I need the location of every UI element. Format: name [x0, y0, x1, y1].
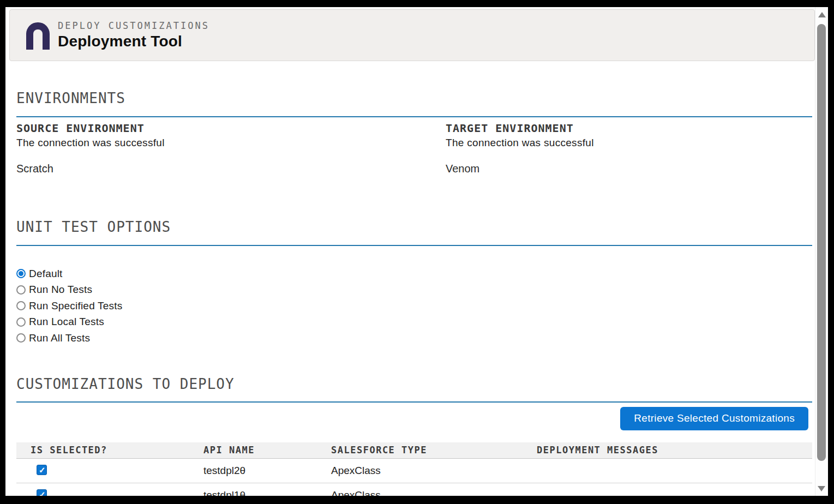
table-header-row: IS SELECTED? API NAME SALESFORCE TYPE DE… [16, 442, 812, 459]
app-window: DEPLOY CUSTOMIZATIONS Deployment Tool EN… [5, 7, 828, 496]
table-row: testdpl2θ ApexClass [16, 459, 812, 483]
app-header: DEPLOY CUSTOMIZATIONS Deployment Tool [9, 9, 815, 61]
environments-grid: SOURCE ENVIRONMENT The connection was su… [16, 122, 812, 176]
radio-option-run-local-tests[interactable]: Run Local Tests [16, 314, 812, 331]
radio-icon[interactable] [16, 285, 26, 295]
column-header-deployment-messages: DEPLOYMENT MESSAGES [523, 442, 812, 459]
radio-icon[interactable] [16, 317, 26, 327]
target-environment-name: Venom [446, 161, 812, 176]
header-eyebrow: DEPLOY CUSTOMIZATIONS [58, 20, 209, 31]
radio-option-label: Default [29, 268, 63, 280]
page-title: Deployment Tool [58, 33, 209, 50]
column-header-salesforce-type: SALESFORCE TYPE [317, 442, 523, 459]
radio-option-run-no-tests[interactable]: Run No Tests [16, 282, 812, 298]
salesforce-type-cell: ApexClass [317, 459, 523, 483]
target-environment-panel: TARGET ENVIRONMENT The connection was su… [446, 122, 812, 176]
scrollbar-thumb[interactable] [817, 24, 826, 461]
radio-option-run-specified-tests[interactable]: Run Specified Tests [16, 298, 812, 314]
retrieve-selected-customizations-button[interactable]: Retrieve Selected Customizations [620, 407, 808, 430]
source-connection-status: The connection was successful [16, 136, 446, 149]
is-selected-cell [16, 459, 189, 483]
radio-option-label: Run Local Tests [29, 316, 104, 328]
target-connection-status: The connection was successful [446, 136, 812, 149]
ncino-logo-icon [26, 22, 50, 50]
vertical-scrollbar[interactable] [815, 7, 828, 496]
section-divider [16, 116, 812, 117]
section-divider [16, 245, 812, 246]
customizations-section-title: CUSTOMIZATIONS TO DEPLOY [16, 376, 812, 393]
radio-icon[interactable] [16, 333, 26, 343]
row-checkbox[interactable] [37, 489, 47, 496]
is-selected-cell [16, 483, 189, 496]
api-name-cell: testdpl2θ [189, 459, 317, 483]
button-row: Retrieve Selected Customizations [16, 407, 808, 430]
column-header-api-name: API NAME [189, 442, 317, 459]
scroll-down-arrow-icon[interactable] [818, 486, 825, 491]
source-environment-label: SOURCE ENVIRONMENT [16, 122, 446, 134]
radio-option-label: Run No Tests [29, 284, 92, 296]
source-environment-name: Scratch [16, 161, 446, 176]
environments-section-title: ENVIRONMENTS [16, 90, 812, 107]
column-header-is-selected: IS SELECTED? [16, 442, 189, 459]
source-environment-panel: SOURCE ENVIRONMENT The connection was su… [16, 122, 446, 176]
radio-icon[interactable] [16, 301, 26, 310]
main-content: ENVIRONMENTS SOURCE ENVIRONMENT The conn… [5, 90, 828, 496]
radio-option-default[interactable]: Default [16, 266, 812, 282]
unit-test-options-section-title: UNIT TEST OPTIONS [16, 219, 812, 236]
deployment-messages-cell [523, 459, 812, 483]
salesforce-type-cell: ApexClass [317, 483, 523, 496]
section-divider [16, 401, 812, 403]
radio-option-label: Run Specified Tests [29, 300, 122, 312]
customizations-table: IS SELECTED? API NAME SALESFORCE TYPE DE… [16, 442, 812, 496]
deployment-messages-cell [523, 483, 812, 496]
unit-test-options-group: Default Run No Tests Run Specified Tests… [16, 266, 812, 346]
radio-option-label: Run All Tests [29, 332, 90, 344]
header-text: DEPLOY CUSTOMIZATIONS Deployment Tool [58, 20, 209, 50]
row-checkbox[interactable] [37, 465, 47, 475]
radio-icon[interactable] [16, 269, 26, 278]
radio-option-run-all-tests[interactable]: Run All Tests [16, 330, 812, 346]
api-name-cell: testdpl1θ [189, 483, 317, 496]
table-row: testdpl1θ ApexClass [16, 483, 812, 496]
scroll-up-arrow-icon[interactable] [818, 12, 826, 17]
target-environment-label: TARGET ENVIRONMENT [446, 122, 812, 134]
